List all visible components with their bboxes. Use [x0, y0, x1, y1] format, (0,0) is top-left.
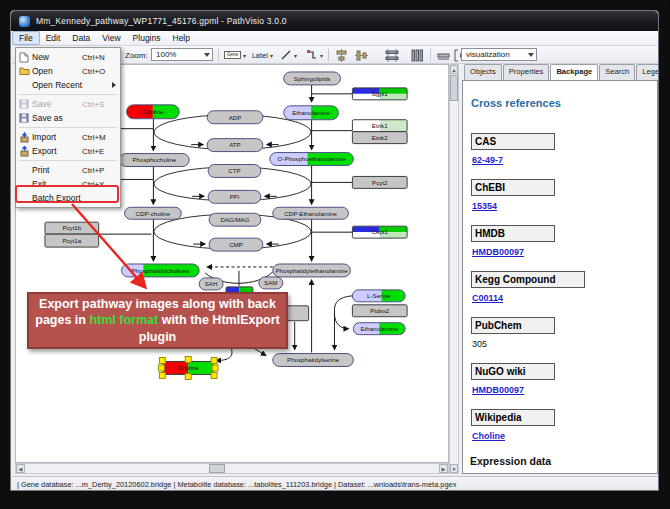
pathway-node-o-phosphoethanolamine[interactable]: O-Phosphoethanolamine — [270, 153, 354, 166]
selection-handle[interactable] — [212, 365, 218, 371]
xref-section-wikipedia: Wikipedia Choline — [469, 409, 651, 441]
menu-data[interactable]: Data — [66, 32, 96, 44]
save-as-icon — [19, 113, 32, 123]
menu-view[interactable]: View — [96, 32, 126, 44]
pathway-node-ctp[interactable]: CTP — [208, 164, 261, 177]
pathway-node-sphingolipids[interactable]: Sphingolipids — [284, 72, 341, 85]
stack-button[interactable] — [435, 48, 452, 62]
xref-link[interactable]: 62-49-7 — [472, 155, 651, 165]
pathway-node-cdp-ethanolamine[interactable]: CDP-Ethanolamine — [273, 207, 349, 219]
menu-item-print[interactable]: PrintCtrl+P — [16, 163, 120, 177]
line-tool-button[interactable]: ▾ — [278, 48, 299, 62]
pathway-node-atp[interactable]: ATP — [207, 139, 263, 152]
tab-backpage[interactable]: Backpage — [550, 64, 598, 80]
xref-section-chebi: ChEBI 15354 — [469, 179, 651, 211]
pathway-node-etnk1[interactable]: Etnk1 — [352, 120, 407, 132]
align-center-vertical-button[interactable] — [333, 48, 350, 62]
pathway-node-choline-selected[interactable]: Choline — [158, 357, 218, 380]
selection-handle[interactable] — [158, 365, 164, 371]
pathway-node-cept1[interactable]: Cept1 — [352, 226, 407, 238]
pathway-node-l-serine[interactable]: L-Serine — [352, 290, 405, 302]
pathway-node-dag-mag[interactable]: DAG/MAG — [209, 213, 261, 226]
pathway-node-ethanolamine-bottom[interactable]: Ethanolamine — [353, 323, 405, 335]
chevron-down-icon[interactable] — [204, 53, 210, 57]
pathway-node-adp[interactable]: ADP — [207, 111, 263, 124]
xref-name: NuGO wiki — [471, 363, 555, 380]
menu-file[interactable]: File — [12, 31, 40, 45]
zoom-combobox[interactable]: 100% — [151, 48, 213, 61]
xref-link[interactable]: HMDB00097 — [472, 385, 651, 395]
menu-item-export[interactable]: ExportCtrl+E — [16, 144, 120, 158]
screenshot-frame: Mm_Kennedy_pathway_WP1771_45176.gpml - P… — [0, 0, 670, 509]
xref-value: 305 — [472, 339, 651, 349]
pathway-node-sam[interactable]: SAM — [259, 277, 283, 289]
vscroll-thumb[interactable] — [450, 75, 458, 101]
pathway-node-sah[interactable]: SAH — [199, 278, 223, 290]
menu-item-save-as[interactable]: Save as — [16, 111, 120, 125]
menu-plugins[interactable]: Plugins — [127, 32, 167, 44]
pathway-node-etnk2[interactable]: Etnk2 — [352, 132, 407, 144]
pathway-node-ethanolamine-top[interactable]: Ethanolamine — [284, 106, 339, 120]
menu-item-exit[interactable]: ExitCtrl+X — [16, 177, 120, 191]
menu-item-save[interactable]: SaveCtrl+S — [16, 97, 120, 111]
side-panel: Objects Properties Backpage Search Legen… — [462, 64, 658, 476]
selection-handle[interactable] — [185, 357, 191, 363]
pathway-node-phosphatidylethanolamine[interactable]: Phosphatidylethanolamine — [273, 264, 351, 277]
scroll-down-icon[interactable]: ▼ — [450, 464, 458, 473]
scroll-left-icon[interactable]: ◀ — [16, 464, 25, 473]
selection-handle[interactable] — [211, 372, 217, 378]
menu-item-open-recent[interactable]: Open Recent — [16, 78, 120, 92]
label-tool-button[interactable]: Label▾ — [250, 48, 275, 62]
hscroll-thumb[interactable] — [209, 464, 225, 473]
tab-objects[interactable]: Objects — [464, 64, 502, 80]
menu-item-batch-export[interactable]: Batch Export — [16, 191, 120, 205]
distribute-rows-button[interactable] — [383, 48, 401, 62]
menu-separator — [19, 127, 117, 128]
canvas-vertical-scrollbar[interactable]: ▲ ▼ — [449, 64, 459, 474]
selection-handle[interactable] — [211, 358, 217, 364]
pathway-node-sgpl1[interactable]: Sgpl1 — [352, 88, 407, 100]
node-label: Ethanolamine — [292, 109, 330, 116]
pathway-node-ppi[interactable]: PPi — [208, 190, 261, 203]
selection-handle[interactable] — [185, 373, 191, 379]
zoom-label: Zoom: — [125, 51, 148, 60]
node-label: Choline — [178, 364, 199, 371]
gene-tool-button[interactable]: Gene▾ — [222, 48, 248, 62]
pathway-node-pcyt2[interactable]: Pcyt2 — [352, 176, 407, 188]
pathway-node-pcyt1a[interactable]: Pcyt1a — [45, 234, 99, 247]
menu-help[interactable]: Help — [167, 32, 196, 44]
xref-link[interactable]: Choline — [472, 431, 651, 441]
canvas-horizontal-scrollbar[interactable]: ◀ ▶ — [15, 463, 449, 474]
tab-search[interactable]: Search — [599, 64, 635, 80]
pathway-node-cdp-choline[interactable]: CDP-choline — [125, 207, 182, 219]
menu-item-new[interactable]: NewCtrl+N — [16, 50, 120, 64]
xref-link[interactable]: HMDB00097 — [472, 247, 651, 257]
distribute-columns-icon — [410, 49, 424, 62]
pathway-node-phosphatidylcholines[interactable]: Phosphatidylcholines — [122, 264, 200, 277]
xref-link[interactable]: C00114 — [472, 293, 651, 303]
node-label: Sgpl1 — [372, 90, 388, 97]
xref-link[interactable]: 15354 — [472, 201, 651, 211]
connector-tool-button[interactable]: ▾ — [304, 48, 325, 62]
distribute-columns-button[interactable] — [408, 48, 426, 62]
pathway-node-phosphocholine[interactable]: Phosphocholine — [120, 154, 190, 167]
menu-item-open[interactable]: OpenCtrl+O — [16, 64, 120, 78]
scroll-up-icon[interactable]: ▲ — [450, 65, 458, 74]
pathway-node-pcyt1b[interactable]: Pcyt1b — [45, 222, 99, 234]
align-center-horizontal-button[interactable] — [353, 48, 370, 62]
pathway-node-ptdss2[interactable]: Ptdss2 — [352, 305, 407, 317]
window-title: Mm_Kennedy_pathway_WP1771_45176.gpml - P… — [36, 16, 287, 26]
tab-properties[interactable]: Properties — [503, 64, 550, 80]
pathway-node-choline-top[interactable]: Choline — [127, 105, 180, 119]
menu-item-import[interactable]: ImportCtrl+M — [16, 130, 120, 144]
selection-handle[interactable] — [159, 372, 165, 378]
menu-edit[interactable]: Edit — [40, 32, 67, 44]
selection-handle[interactable] — [159, 358, 165, 364]
visualization-combobox[interactable]: visualization — [461, 48, 537, 61]
scroll-right-icon[interactable]: ▶ — [439, 464, 448, 473]
pathway-node-phosphatidylserine[interactable]: Phosphatidylserine — [273, 354, 354, 367]
chevron-down-icon[interactable] — [528, 53, 534, 57]
tab-legend[interactable]: Legend — [636, 64, 659, 80]
pathway-node-cmp[interactable]: CMP — [209, 238, 263, 251]
node-label: CDP-choline — [136, 210, 171, 217]
